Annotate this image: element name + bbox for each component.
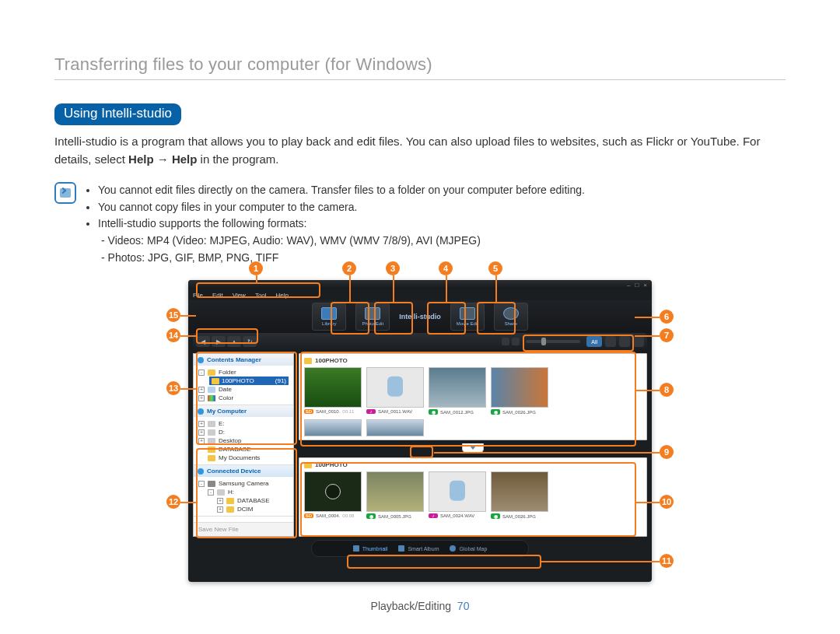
thumbnail-size-slider[interactable]: [526, 340, 580, 343]
nav-forward-button[interactable]: ▶: [212, 336, 226, 347]
device-root[interactable]: -Samsung Camera: [198, 479, 289, 488]
photo-tag-icon: ◉: [491, 513, 500, 519]
view-grid-buttons[interactable]: [502, 338, 520, 345]
toolbar-icon-3[interactable]: [633, 336, 644, 347]
tab-smart-album[interactable]: Smart Album: [398, 545, 439, 552]
mode-row: Library Photo Edit Intelli-studio Movie …: [188, 300, 652, 333]
file-name: SAM_0010.: [316, 409, 340, 414]
library-mode-button[interactable]: Library: [312, 303, 346, 331]
page-footer: Playback/Editing 70: [0, 600, 840, 612]
calendar-icon: [208, 387, 215, 393]
close-icon[interactable]: ×: [643, 282, 647, 289]
save-new-file-button[interactable]: Save New File: [194, 522, 293, 536]
section-icon: [198, 357, 204, 363]
tree-folder-selected[interactable]: 100PHOTO(91): [209, 377, 289, 385]
callout-11: 11: [660, 554, 674, 568]
folder-icon: [226, 498, 234, 504]
drive-icon: [208, 421, 215, 427]
menu-tool[interactable]: Tool: [255, 292, 267, 299]
intro-paragraph: Intelli-studio is a program that allows …: [54, 133, 786, 168]
callout-7: 7: [660, 328, 674, 342]
file-name: SAM_0011.WAV: [378, 409, 412, 414]
drive-label: E:: [219, 420, 225, 427]
file-thumb[interactable]: SDSAM_0010.00:11: [304, 367, 362, 415]
file-thumb[interactable]: ◉SAM_0026.JPG: [491, 471, 548, 519]
help-keyword-1: Help: [128, 152, 154, 166]
my-computer-header: My Computer: [194, 405, 293, 417]
tab-thumbnail[interactable]: Thumbnail: [353, 545, 388, 552]
note-icon: [54, 182, 76, 204]
thumbnail-icon: [353, 545, 359, 552]
toolbar-icon-2[interactable]: [619, 336, 630, 347]
drive-item[interactable]: +Desktop: [198, 436, 289, 445]
file-thumb[interactable]: ◉SAM_0005.JPG: [366, 471, 424, 519]
tab-global-map[interactable]: Global Map: [450, 545, 487, 552]
movie-edit-mode-button[interactable]: Movie Edit: [450, 303, 485, 331]
drive-item[interactable]: +E:: [198, 419, 289, 428]
pane-title: 100PHOTO: [315, 461, 348, 468]
view-tabs: Thumbnail Smart Album Global Map: [311, 540, 529, 557]
folder-icon: [212, 378, 219, 384]
callout-15: 15: [166, 308, 180, 322]
menu-help[interactable]: Help: [276, 292, 289, 299]
drive-item[interactable]: +D:: [198, 428, 289, 436]
section-icon: [198, 468, 204, 475]
minimize-icon[interactable]: –: [627, 282, 630, 289]
menubar[interactable]: File Edit View Tool Help: [188, 289, 652, 300]
device-drive-label: H:: [228, 489, 234, 496]
top-pane: 100PHOTO SDSAM_0010.00:11 ♪SAM_0011.WAV …: [299, 353, 647, 440]
window-controls[interactable]: – □ ×: [627, 282, 647, 289]
file-thumb[interactable]: ♪SAM_0011.WAV: [366, 367, 424, 415]
file-thumb[interactable]: SDSAM_0004.00:08: [304, 471, 362, 519]
device-drive[interactable]: -H:: [208, 488, 289, 496]
callout-6: 6: [660, 310, 674, 324]
file-duration: 00:08: [342, 513, 354, 518]
nav-up-button[interactable]: ▲: [227, 336, 241, 347]
file-name: SAM_0004.: [316, 513, 340, 518]
callout-13: 13: [166, 381, 180, 395]
nav-refresh-button[interactable]: ↻: [243, 336, 257, 347]
main-panes: 100PHOTO SDSAM_0010.00:11 ♪SAM_0011.WAV …: [299, 353, 647, 537]
tree-color[interactable]: +Color: [198, 394, 289, 402]
device-folder[interactable]: +DATABASE: [217, 496, 289, 505]
filter-all-button[interactable]: All: [586, 336, 602, 347]
photo-edit-mode-button[interactable]: Photo Edit: [355, 303, 390, 331]
splitter-handle[interactable]: [462, 443, 484, 453]
thumbs-bottom: SDSAM_0004.00:08 ◉SAM_0005.JPG ♪SAM_0024…: [304, 471, 642, 519]
file-thumb[interactable]: ◉SAM_0026.JPG: [491, 367, 548, 415]
file-duration: 00:11: [342, 409, 354, 414]
titlebar: – □ ×: [188, 280, 652, 289]
selected-folder-label: 100PHOTO: [222, 377, 254, 384]
file-thumb[interactable]: ♪SAM_0024.WAV: [429, 471, 486, 519]
drive-item[interactable]: My Documents: [208, 454, 289, 462]
maximize-icon[interactable]: □: [635, 282, 639, 289]
callout-9: 9: [660, 445, 674, 459]
nav-back-button[interactable]: ◀: [196, 336, 210, 347]
toolbar-icon-1[interactable]: [605, 336, 616, 347]
note-item: You cannot copy files in your computer t…: [98, 199, 585, 216]
connected-device-header: Connected Device: [194, 465, 293, 477]
file-thumb[interactable]: [304, 419, 362, 436]
tree-folder-root[interactable]: -Folder: [198, 368, 289, 377]
drive-label: Desktop: [219, 437, 241, 444]
device-folder[interactable]: +DCIM: [217, 505, 289, 513]
drive-item[interactable]: DATABASE: [208, 445, 289, 454]
tab-label: Global Map: [459, 546, 487, 552]
menu-edit[interactable]: Edit: [212, 292, 223, 299]
globe-icon: [450, 545, 456, 552]
photo-tag-icon: ◉: [366, 513, 376, 519]
intro-tail: in the program.: [197, 152, 278, 166]
callout-10: 10: [660, 495, 674, 509]
file-thumb[interactable]: [366, 419, 424, 436]
section-icon: [198, 408, 204, 415]
tree-date[interactable]: +Date: [198, 385, 289, 394]
menu-view[interactable]: View: [233, 292, 246, 299]
menu-file[interactable]: File: [193, 292, 203, 299]
bottom-pane: 100PHOTO SDSAM_0004.00:08 ◉SAM_0005.JPG …: [299, 457, 647, 537]
callout-14: 14: [166, 328, 180, 342]
share-mode-button[interactable]: Share: [494, 303, 528, 331]
file-thumb[interactable]: ◉SAM_0012.JPG: [429, 367, 486, 415]
splitter[interactable]: [299, 443, 647, 454]
selected-folder-count: (91): [275, 377, 286, 384]
toolbar: ◀ ▶ ▲ ↻ All: [193, 333, 647, 350]
